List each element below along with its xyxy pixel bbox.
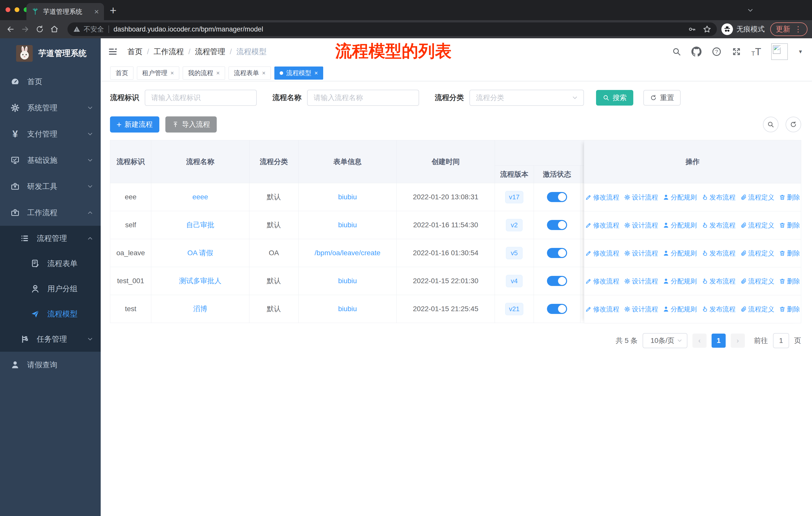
publish-process-action[interactable]: 发布流程 [701, 305, 736, 314]
url-bar[interactable]: 不安全 dashboard.yudao.iocoder.cn/bpm/manag… [67, 22, 717, 36]
sidebar-item-payment[interactable]: ¥ 支付管理 [0, 121, 101, 147]
next-page-button[interactable]: › [731, 333, 745, 348]
sidebar-item-process-form[interactable]: 流程表单 [0, 251, 101, 276]
active-toggle[interactable] [547, 304, 567, 314]
process-name-link[interactable]: eeee [192, 193, 208, 201]
design-process-action[interactable]: 设计流程 [624, 305, 658, 314]
security-status[interactable]: 不安全 [73, 25, 104, 34]
sidebar-item-process-model[interactable]: 流程模型 [0, 301, 101, 327]
user-avatar[interactable] [771, 43, 788, 60]
modify-process-action[interactable]: 修改流程 [585, 193, 619, 202]
design-process-action[interactable]: 设计流程 [624, 193, 658, 202]
url-text[interactable]: dashboard.yudao.iocoder.cn/bpm/manager/m… [114, 25, 263, 33]
current-page-button[interactable]: 1 [712, 333, 726, 348]
process-name-link[interactable]: 自己审批 [186, 221, 214, 229]
modify-process-action[interactable]: 修改流程 [585, 249, 619, 258]
form-info-link[interactable]: biubiu [338, 305, 357, 313]
breadcrumb-item[interactable]: 首页 [127, 47, 142, 57]
import-process-button[interactable]: 导入流程 [165, 116, 217, 133]
publish-process-action[interactable]: 发布流程 [701, 249, 736, 258]
category-select[interactable]: 流程分类 [469, 90, 584, 106]
font-size-icon[interactable]: TT [751, 47, 761, 57]
delete-action[interactable]: 删除 [779, 193, 800, 202]
home-button[interactable] [48, 25, 60, 34]
active-toggle[interactable] [547, 192, 567, 202]
process-name-link[interactable]: 滔博 [193, 305, 207, 313]
browser-tab[interactable]: 芋道管理系统 × [26, 3, 104, 20]
tab-process-form[interactable]: 流程表单 × [229, 66, 271, 80]
search-icon[interactable] [672, 47, 682, 56]
sidebar-item-system[interactable]: 系统管理 [0, 95, 101, 121]
delete-action[interactable]: 删除 [779, 305, 800, 314]
sidebar-collapse-button[interactable] [105, 47, 121, 57]
bookmark-star-icon[interactable] [703, 25, 711, 33]
tab-my-process[interactable]: 我的流程 × [183, 66, 225, 80]
form-info-link[interactable]: biubiu [338, 221, 357, 229]
assign-rule-action[interactable]: 分配规则 [663, 221, 697, 230]
tab-close-icon[interactable]: × [94, 7, 99, 16]
form-info-link[interactable]: /bpm/oa/leave/create [315, 249, 381, 257]
process-definition-action[interactable]: 流程定义 [740, 277, 775, 286]
page-size-select[interactable]: 10条/页 [643, 333, 688, 348]
modify-process-action[interactable]: 修改流程 [585, 277, 619, 286]
delete-action[interactable]: 删除 [779, 277, 800, 286]
tab-search-chevron-icon[interactable] [747, 6, 754, 14]
process-definition-action[interactable]: 流程定义 [740, 249, 775, 258]
reload-button[interactable] [34, 25, 46, 33]
assign-rule-action[interactable]: 分配规则 [663, 277, 697, 286]
design-process-action[interactable]: 设计流程 [624, 221, 658, 230]
sidebar-item-workflow[interactable]: 工作流程 [0, 199, 101, 226]
active-toggle[interactable] [547, 220, 567, 230]
modify-process-action[interactable]: 修改流程 [585, 305, 619, 314]
key-icon[interactable] [688, 25, 696, 33]
form-info-link[interactable]: biubiu [338, 277, 357, 285]
help-icon[interactable]: ? [712, 47, 722, 57]
forward-button[interactable] [19, 25, 31, 34]
reset-button[interactable]: 重置 [643, 90, 680, 106]
delete-action[interactable]: 删除 [779, 221, 800, 230]
form-info-link[interactable]: biubiu [338, 193, 357, 201]
tab-close-icon[interactable]: × [262, 70, 265, 77]
breadcrumb-item[interactable]: 流程管理 [195, 47, 225, 57]
tab-close-icon[interactable]: × [170, 70, 174, 77]
window-close-button[interactable] [5, 7, 10, 12]
process-definition-action[interactable]: 流程定义 [740, 193, 775, 202]
active-toggle[interactable] [547, 248, 567, 258]
delete-action[interactable]: 删除 [779, 249, 800, 258]
refresh-table-button[interactable] [786, 117, 801, 132]
publish-process-action[interactable]: 发布流程 [701, 221, 736, 230]
avatar-caret-icon[interactable]: ▼ [798, 49, 803, 55]
tab-close-icon[interactable]: × [314, 70, 318, 77]
new-tab-button[interactable]: + [110, 4, 117, 16]
publish-process-action[interactable]: 发布流程 [701, 277, 736, 286]
design-process-action[interactable]: 设计流程 [624, 249, 658, 258]
sidebar-item-devtools[interactable]: 研发工具 [0, 173, 101, 199]
sidebar-item-home[interactable]: 首页 [0, 69, 101, 95]
browser-update-button[interactable]: 更新 ⋮ [770, 22, 808, 36]
tab-close-icon[interactable]: × [216, 70, 220, 77]
assign-rule-action[interactable]: 分配规则 [663, 249, 697, 258]
tab-home[interactable]: 首页 [110, 66, 134, 80]
publish-process-action[interactable]: 发布流程 [701, 193, 736, 202]
github-icon[interactable] [691, 47, 701, 57]
process-name-input[interactable] [307, 90, 419, 106]
design-process-action[interactable]: 设计流程 [624, 277, 658, 286]
sidebar-item-leave-query[interactable]: 请假查询 [0, 352, 101, 378]
breadcrumb-item[interactable]: 工作流程 [153, 47, 184, 57]
assign-rule-action[interactable]: 分配规则 [663, 193, 697, 202]
process-name-link[interactable]: 测试多审批人 [179, 277, 222, 285]
process-definition-action[interactable]: 流程定义 [740, 221, 775, 230]
sidebar-item-infra[interactable]: 基础设施 [0, 147, 101, 173]
create-process-button[interactable]: + 新建流程 [110, 116, 159, 133]
active-toggle[interactable] [547, 276, 567, 286]
tab-process-model[interactable]: 流程模型 × [274, 66, 323, 80]
search-button[interactable]: 搜索 [596, 90, 633, 106]
back-button[interactable] [4, 25, 17, 34]
window-minimize-button[interactable] [14, 7, 19, 12]
process-name-link[interactable]: OA 请假 [187, 249, 213, 257]
show-search-button[interactable] [763, 117, 779, 132]
assign-rule-action[interactable]: 分配规则 [663, 305, 697, 314]
browser-menu-icon[interactable]: ⋮ [794, 25, 802, 33]
sidebar-item-process-mgmt[interactable]: 流程管理 [0, 226, 101, 251]
prev-page-button[interactable]: ‹ [692, 333, 706, 348]
